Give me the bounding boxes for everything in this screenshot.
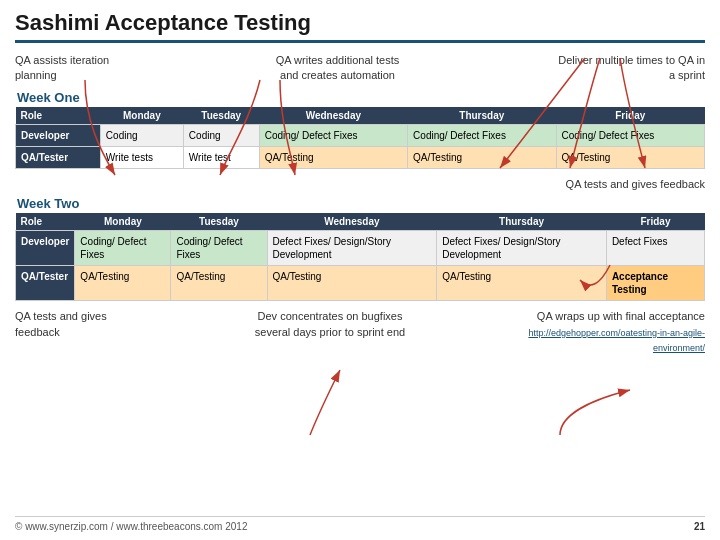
table-row: QA/Tester Write tests Write test QA/Test… (16, 146, 705, 168)
annotation-qa-wraps: QA wraps up with final acceptance http:/… (525, 309, 705, 355)
col-friday-1: Friday (556, 107, 704, 125)
cell-dev-1-role: Developer (16, 124, 101, 146)
annotation-deliver-multiple: Deliver multiple times to QA in a sprint (555, 53, 705, 84)
cell-qa-2-thu: QA/Testing (437, 266, 607, 301)
annotation-qa-writes: QA writes additional tests and creates a… (270, 53, 405, 84)
cell-dev-1-mon: Coding (100, 124, 183, 146)
cell-dev-1-thu: Coding/ Defect Fixes (408, 124, 556, 146)
annotation-qa-feedback-right: QA tests and gives feedback (555, 177, 705, 192)
slide: Sashimi Acceptance Testing QA assists it… (0, 0, 720, 540)
cell-qa-2-wed: QA/Testing (267, 266, 437, 301)
cell-dev-2-role: Developer (16, 231, 75, 266)
col-role-2: Role (16, 213, 75, 231)
cell-dev-2-fri: Defect Fixes (606, 231, 704, 266)
col-monday-1: Monday (100, 107, 183, 125)
annotation-qa-assists: QA assists iteration planning (15, 53, 120, 84)
cell-qa-1-tue: Write test (183, 146, 259, 168)
annotation-qa-feedback-bottom: QA tests and gives feedback (15, 309, 135, 340)
week-two-section: Week Two Role Monday Tuesday Wednesday T… (15, 196, 705, 301)
cell-qa-1-role: QA/Tester (16, 146, 101, 168)
col-role-1: Role (16, 107, 101, 125)
week-two-table: Role Monday Tuesday Wednesday Thursday F… (15, 213, 705, 301)
slide-title: Sashimi Acceptance Testing (15, 10, 311, 35)
title-bar: Sashimi Acceptance Testing (15, 10, 705, 43)
col-wednesday-1: Wednesday (259, 107, 407, 125)
cell-dev-2-thu: Defect Fixes/ Design/Story Development (437, 231, 607, 266)
annotation-dev-concentrates: Dev concentrates on bugfixes several day… (250, 309, 410, 340)
arrow-dev-concentrates (310, 370, 340, 435)
week-two-label: Week Two (15, 196, 705, 211)
page-number: 21 (694, 521, 705, 532)
cell-qa-1-fri: QA/Testing (556, 146, 704, 168)
cell-qa-2-tue: QA/Testing (171, 266, 267, 301)
cell-dev-2-mon: Coding/ Defect Fixes (75, 231, 171, 266)
footer: © www.synerzip.com / www.threebeacons.co… (15, 516, 705, 532)
col-tuesday-1: Tuesday (183, 107, 259, 125)
cell-qa-1-thu: QA/Testing (408, 146, 556, 168)
footer-copyright: © www.synerzip.com / www.threebeacons.co… (15, 521, 247, 532)
cell-dev-2-tue: Coding/ Defect Fixes (171, 231, 267, 266)
cell-dev-1-tue: Coding (183, 124, 259, 146)
cell-dev-1-wed: Coding/ Defect Fixes (259, 124, 407, 146)
col-monday-2: Monday (75, 213, 171, 231)
week-one-label: Week One (15, 90, 705, 105)
week-one-table: Role Monday Tuesday Wednesday Thursday F… (15, 107, 705, 169)
cell-qa-2-fri: Acceptance Testing (606, 266, 704, 301)
arrow-qa-wraps (560, 390, 630, 435)
col-thursday-1: Thursday (408, 107, 556, 125)
cell-qa-2-mon: QA/Testing (75, 266, 171, 301)
table-row: Developer Coding Coding Coding/ Defect F… (16, 124, 705, 146)
footer-link[interactable]: http://edgehopper.com/oatesting-in-an-ag… (528, 328, 705, 353)
cell-qa-1-mon: Write tests (100, 146, 183, 168)
week-one-section: Week One Role Monday Tuesday Wednesday T… (15, 90, 705, 169)
cell-dev-2-wed: Defect Fixes/ Design/Story Development (267, 231, 437, 266)
cell-dev-1-fri: Coding/ Defect Fixes (556, 124, 704, 146)
col-wednesday-2: Wednesday (267, 213, 437, 231)
cell-qa-2-role: QA/Tester (16, 266, 75, 301)
col-thursday-2: Thursday (437, 213, 607, 231)
cell-qa-1-wed: QA/Testing (259, 146, 407, 168)
col-friday-2: Friday (606, 213, 704, 231)
table-row: Developer Coding/ Defect Fixes Coding/ D… (16, 231, 705, 266)
table-row: QA/Tester QA/Testing QA/Testing QA/Testi… (16, 266, 705, 301)
col-tuesday-2: Tuesday (171, 213, 267, 231)
